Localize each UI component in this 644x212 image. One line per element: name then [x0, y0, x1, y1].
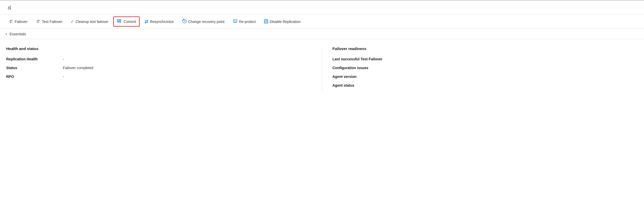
- health-status-title: Health and status: [6, 46, 312, 51]
- commit-label: Commit: [124, 20, 136, 24]
- re-protect-button[interactable]: Re-protect: [230, 17, 259, 26]
- configuration-issues: Configuration issues: [333, 66, 638, 70]
- essentials-chevron: ∨: [5, 32, 7, 36]
- cleanup-test-failover-button[interactable]: ✓ Cleanup test failover: [67, 17, 112, 26]
- essentials-label: Essentials: [10, 32, 26, 36]
- resynchronize-icon: ⇄: [145, 19, 148, 25]
- right-panel: Failover readiness Last successful Test …: [322, 46, 638, 92]
- rpo-value: -: [63, 75, 64, 79]
- resynchronize-label: Resynchronize: [150, 20, 174, 24]
- change-recovery-point-button[interactable]: Change recovery point: [179, 17, 228, 26]
- replication-health-label: Replication Health: [6, 57, 58, 61]
- essentials-bar[interactable]: ∨ Essentials: [0, 29, 644, 39]
- agent-version: Agent version: [333, 75, 638, 79]
- left-panel: Health and status Replication Health - S…: [6, 46, 312, 92]
- change-recovery-point-icon: [182, 19, 187, 24]
- test-failover-button[interactable]: Test Failover: [32, 17, 66, 26]
- replication-health-value: -: [63, 57, 64, 61]
- svg-rect-6: [234, 20, 236, 22]
- resynchronize-button[interactable]: ⇄ Resynchronize: [141, 17, 177, 26]
- re-protect-icon: [233, 19, 238, 24]
- status-value: Failover completed: [63, 66, 93, 70]
- print-icon[interactable]: 🖨: [7, 5, 12, 10]
- rpo-row: RPO -: [6, 75, 312, 79]
- status-label: Status: [6, 66, 58, 70]
- cleanup-label: Cleanup test failover: [75, 20, 108, 24]
- failover-label: Failover: [15, 20, 28, 24]
- header-bar: 🖨: [0, 1, 644, 14]
- commit-button[interactable]: Commit: [113, 17, 140, 27]
- test-failover-icon: [36, 19, 40, 24]
- disable-replication-label: Disable Replication: [270, 20, 301, 24]
- main-content: Health and status Replication Health - S…: [0, 39, 644, 99]
- re-protect-label: Re-protect: [239, 20, 256, 24]
- disable-replication-button[interactable]: Disable Replication: [261, 17, 304, 26]
- replication-health-row: Replication Health -: [6, 57, 312, 61]
- agent-status: Agent status: [333, 83, 638, 87]
- disable-replication-icon: [264, 19, 268, 24]
- last-successful-test-failover: Last successful Test Failover: [333, 57, 638, 61]
- failover-readiness-title: Failover readiness: [333, 46, 638, 51]
- test-failover-label: Test Failover: [42, 20, 62, 24]
- toolbar: Failover Test Failover ✓ Cleanup test fa…: [0, 14, 644, 29]
- failover-icon: [9, 19, 13, 24]
- failover-button[interactable]: Failover: [5, 17, 31, 26]
- commit-icon: [117, 19, 122, 25]
- cleanup-icon: ✓: [71, 19, 74, 24]
- status-row: Status Failover completed: [6, 66, 312, 70]
- rpo-label: RPO: [6, 75, 58, 79]
- change-recovery-point-label: Change recovery point: [188, 20, 225, 24]
